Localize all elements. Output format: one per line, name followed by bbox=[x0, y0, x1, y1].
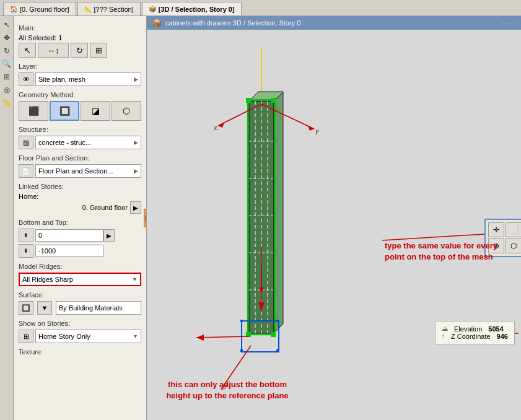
geo-btn-2[interactable]: 🔲 bbox=[50, 101, 79, 121]
show-stories-icon[interactable]: ⊞ bbox=[19, 330, 33, 343]
tab-section-label: [??? Section] bbox=[94, 6, 134, 13]
structure-row: ▨ concrete - struc... ▶ bbox=[19, 136, 141, 149]
tab-ground-label: [0. Ground floor] bbox=[20, 6, 69, 13]
texture-label: Texture: bbox=[19, 348, 141, 356]
svg-marker-33 bbox=[196, 335, 204, 341]
select-btn[interactable]: ↖ bbox=[19, 43, 36, 58]
surface-icon1[interactable]: 🔲 bbox=[19, 301, 33, 315]
zcoord-label: Z Coordinate bbox=[451, 333, 491, 340]
home-story-row: 0. Ground floor ▶ bbox=[19, 201, 141, 214]
svg-rect-21 bbox=[276, 349, 279, 352]
sidebar-measure-icon[interactable]: 📏 bbox=[1, 97, 12, 108]
bottom-input[interactable] bbox=[35, 245, 103, 257]
surface-dropdown[interactable]: By Building Materials bbox=[56, 301, 141, 315]
svg-rect-14 bbox=[271, 98, 276, 103]
tab-section-icon: 📐 bbox=[84, 6, 92, 12]
structure-dropdown-arrow: ▶ bbox=[134, 139, 138, 146]
home-label: Home: bbox=[19, 193, 141, 200]
show-stories-row: ⊞ Home Story Only ▼ bbox=[19, 330, 141, 343]
floor-plan-dropdown[interactable]: Floor Plan and Section... ▶ bbox=[35, 164, 141, 178]
layer-dropdown[interactable]: Site plan, mesh ▶ bbox=[35, 72, 141, 86]
floor-plan-row: 📄 Floor Plan and Section... ▶ bbox=[19, 164, 141, 178]
rotate-btn[interactable]: ↻ bbox=[71, 43, 88, 58]
viewport-resize-handle: - - - - bbox=[502, 20, 516, 27]
top-input[interactable] bbox=[35, 229, 103, 242]
svg-rect-16 bbox=[271, 332, 276, 337]
grid-btn[interactable]: ⊞ bbox=[90, 43, 107, 58]
main-label: Main: bbox=[19, 24, 141, 32]
sidebar-arrow-icon[interactable]: ↖ bbox=[1, 19, 12, 30]
home-value: 0. Ground floor bbox=[82, 204, 128, 211]
model-ridges-label: Model Ridges: bbox=[19, 263, 141, 270]
ridges-value: All Ridges Sharp bbox=[22, 276, 73, 283]
show-stories-dropdown[interactable]: Home Story Only ▼ bbox=[35, 330, 141, 343]
floor-plan-value: Floor Plan and Section... bbox=[38, 167, 113, 175]
structure-dropdown[interactable]: concrete - struc... ▶ bbox=[35, 136, 141, 149]
top-input-row: ⬆ ▶ bbox=[19, 229, 141, 242]
sidebar-section-icon[interactable]: ⊞ bbox=[1, 71, 12, 82]
bottom-icon[interactable]: ⬇ bbox=[19, 244, 33, 258]
main-toolbar: ↖ ↔↕ ↻ ⊞ bbox=[19, 43, 141, 58]
layer-dropdown-arrow: ▶ bbox=[134, 76, 138, 82]
viewport-area: 📦 cabinets with drawers 3D / Selection, … bbox=[147, 16, 521, 420]
left-sidebar: ↖ ✥ ↻ 🔍 ⊞ ◎ 📏 bbox=[0, 16, 14, 420]
bottom-top-label: Bottom and Top: bbox=[19, 219, 141, 226]
show-stories-value: Home Story Only bbox=[38, 333, 90, 340]
ridges-dropdown-arrow: ▼ bbox=[132, 276, 138, 282]
tab-ground-floor[interactable]: 🏠 [0. Ground floor] bbox=[3, 2, 76, 15]
surface-icon2[interactable]: ▼ bbox=[37, 301, 52, 315]
svg-rect-13 bbox=[246, 98, 251, 103]
structure-label: Structure: bbox=[19, 126, 141, 133]
surface-value: By Building Materials bbox=[59, 304, 123, 312]
ft-move-btn[interactable]: ✛ bbox=[488, 222, 504, 237]
sidebar-orbit-icon[interactable]: ◎ bbox=[1, 84, 12, 95]
ridges-dropdown[interactable]: All Ridges Sharp ▼ bbox=[19, 273, 141, 286]
ridges-row: All Ridges Sharp ▼ bbox=[19, 273, 141, 286]
tab-3d-label: [3D / Selection, Story 0] bbox=[159, 6, 235, 13]
geometry-label: Geometry Method: bbox=[19, 91, 141, 98]
tab-bar: 🏠 [0. Ground floor] 📐 [??? Section] 📦 [3… bbox=[0, 0, 521, 16]
layer-row: 👁 Site plan, mesh ▶ bbox=[19, 72, 141, 86]
left-panel: Main: All Selected: 1 ↖ ↔↕ ↻ ⊞ Layer: 👁 … bbox=[14, 16, 147, 420]
sidebar-rotate-icon[interactable]: ↻ bbox=[1, 45, 12, 56]
floor-plan-icon-btn[interactable]: 📄 bbox=[19, 164, 33, 178]
sidebar-zoom-icon[interactable]: 🔍 bbox=[1, 58, 12, 69]
layer-label: Layer: bbox=[19, 63, 141, 70]
elevation-label: Elevation bbox=[454, 325, 482, 333]
show-stories-dropdown-arrow: ▼ bbox=[133, 333, 138, 339]
top-nav[interactable]: ▶ bbox=[103, 229, 115, 242]
main-area: ↖ ✥ ↻ 🔍 ⊞ ◎ 📏 Main: All Selected: 1 ↖ ↔↕… bbox=[0, 16, 521, 420]
select-all-btn[interactable]: ↔↕ bbox=[38, 43, 69, 58]
geo-btn-3[interactable]: ◪ bbox=[81, 101, 110, 121]
linked-stories-label: Linked Stories: bbox=[19, 183, 141, 190]
info-zcoord-row: ↕ Z Coordinate 946 bbox=[442, 333, 508, 340]
viewport-title: cabinets with drawers 3D / Selection, St… bbox=[165, 19, 300, 27]
sidebar-pan-icon[interactable]: ✥ bbox=[1, 32, 12, 43]
tab-3d[interactable]: 📦 [3D / Selection, Story 0] bbox=[142, 2, 242, 15]
floor-plan-dropdown-arrow: ▶ bbox=[134, 168, 138, 174]
structure-value: concrete - struc... bbox=[38, 139, 91, 146]
elevation-icon: ⛰ bbox=[442, 325, 448, 333]
layer-icon-btn[interactable]: 👁 bbox=[19, 72, 33, 86]
svg-line-36 bbox=[382, 234, 484, 240]
geometry-grid: ⬛ 🔲 ◪ ⬡ bbox=[19, 101, 141, 121]
tab-3d-icon: 📦 bbox=[149, 6, 156, 12]
zcoord-value: 946 bbox=[497, 333, 508, 340]
info-elevation-row: ⛰ Elevation 5054 bbox=[442, 325, 508, 333]
layer-value: Site plan, mesh bbox=[38, 76, 85, 83]
viewport-canvas[interactable]: x. y bbox=[147, 30, 521, 420]
right-annotation: type the same value for every point on t… bbox=[385, 240, 509, 263]
svg-rect-19 bbox=[276, 320, 279, 322]
tab-section[interactable]: 📐 [??? Section] bbox=[77, 2, 141, 15]
ft-select-btn[interactable]: ⬜ bbox=[506, 222, 521, 237]
geo-btn-4[interactable]: ⬡ bbox=[112, 101, 141, 121]
top-icon[interactable]: ⬆ bbox=[19, 229, 33, 242]
svg-rect-18 bbox=[240, 320, 243, 322]
home-story-nav[interactable]: ▶ bbox=[130, 201, 141, 214]
structure-icon-btn[interactable]: ▨ bbox=[19, 136, 33, 149]
tab-ground-icon: 🏠 bbox=[10, 6, 17, 12]
svg-text:x.: x. bbox=[213, 124, 219, 131]
svg-rect-20 bbox=[240, 349, 243, 352]
geo-btn-1[interactable]: ⬛ bbox=[19, 101, 48, 121]
app-container: 🏠 [0. Ground floor] 📐 [??? Section] 📦 [3… bbox=[0, 0, 521, 420]
